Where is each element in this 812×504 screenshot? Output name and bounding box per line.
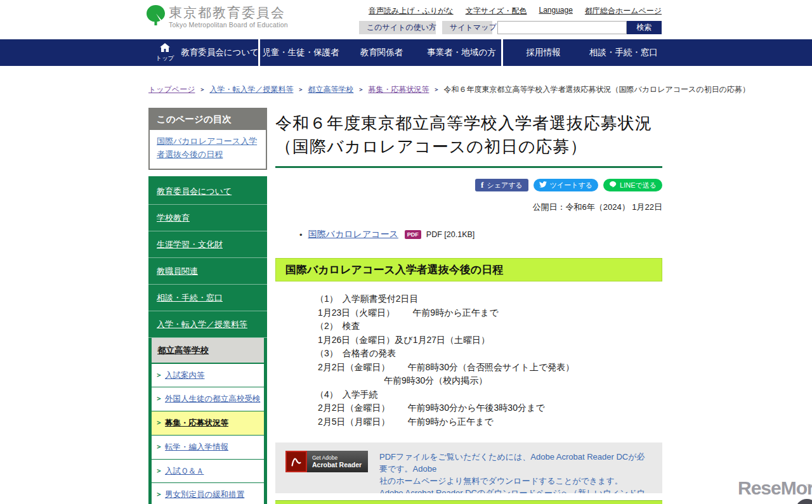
- page-toc-box: このページの目次 国際バカロレアコース入学者選抜今後の日程: [148, 108, 267, 170]
- breadcrumb-link-top[interactable]: トップページ: [148, 84, 195, 95]
- pdf-download-row: • 国際バカロレアコース PDF PDF [20.1KB]: [299, 229, 662, 240]
- section-heading: 国際バカロレアコース入学者選抜今後の日程: [275, 258, 662, 281]
- nav-item-about[interactable]: 教育委員会について: [181, 39, 258, 66]
- schedule-detail: 2月5日（月曜日） 午前9時から正午まで: [318, 415, 662, 429]
- facebook-icon: f: [481, 180, 483, 190]
- page-title: 令和６年度東京都立高等学校入学者選抜応募状況（国際バカロレアコースの初日の応募）: [275, 112, 662, 168]
- sidebar-item-admissions[interactable]: 入学・転入学／授業料等: [148, 311, 267, 338]
- schedule-detail: 午前9時30分（校内掲示）: [384, 374, 662, 388]
- schedule-item-4: （4） 入学手続: [315, 388, 662, 402]
- pdf-link[interactable]: 国際バカロレアコース: [308, 229, 398, 240]
- logo-title: 東京都教育委員会: [169, 5, 288, 20]
- breadcrumb-link-applications[interactable]: 募集・応募状況等: [368, 84, 429, 95]
- breadcrumb-link-metropolitan-hs[interactable]: 都立高等学校: [308, 84, 353, 95]
- facebook-share-button[interactable]: f シェアする: [475, 179, 528, 191]
- sidebar-item-lifelong-learning[interactable]: 生涯学習・文化財: [148, 231, 267, 258]
- scroll-to-top-button[interactable]: [796, 499, 812, 504]
- adobe-download-link[interactable]: Adobe Acrobat Reader DCのダウンロードページへ（新しいウィ…: [379, 488, 645, 493]
- nav-item-educators[interactable]: 教育関係者: [341, 39, 422, 66]
- list-bullet: •: [299, 230, 303, 240]
- tokyo-ginkgo-icon: [147, 5, 165, 29]
- line-icon: [609, 181, 617, 190]
- sidebar: このページの目次 国際バカロレアコース入学者選抜今後の日程 教育委員会について …: [148, 108, 267, 504]
- sidebar-subitem-foreign-students[interactable]: ＞外国人生徒の都立高校受検: [152, 387, 264, 411]
- breadcrumb-current: 令和６年度東京都立高等学校入学者選抜応募状況（国際バカロレアコースの初日の応募）: [443, 84, 750, 95]
- twitter-share-button[interactable]: ツイートする: [534, 179, 598, 191]
- search-input[interactable]: [497, 21, 627, 34]
- sidebar-subitem-applications-active[interactable]: ＞募集・応募状況等: [152, 411, 264, 435]
- share-buttons: f シェアする ツイートする LINEで送る: [275, 179, 662, 191]
- sidebar-subitem-exam-qa[interactable]: ＞入試Ｑ＆Ａ: [152, 460, 264, 483]
- schedule-detail: 2月2日（金曜日） 午前8時30分（合否照会サイト上で発表）: [318, 361, 662, 375]
- published-date: 公開日：令和6年（2024） 1月22日: [275, 202, 662, 213]
- toc-title: このページの目次: [150, 109, 266, 130]
- utility-links: 音声読み上げ・ふりがな 文字サイズ・配色 Language 都庁総合ホームページ: [369, 6, 662, 16]
- next-section-heading-edge: [275, 500, 662, 504]
- utility-link-tocho-home[interactable]: 都庁総合ホームページ: [585, 6, 662, 16]
- global-nav: トップ 教育委員会について 児童・生徒・保護者 教育関係者 事業者・地域の方 採…: [0, 39, 812, 66]
- chevron-right-icon: ＞: [155, 418, 162, 427]
- sidebar-item-school-education[interactable]: 学校教育: [148, 205, 267, 231]
- utility-link-text-size[interactable]: 文字サイズ・配色: [466, 6, 527, 16]
- nav-item-home[interactable]: トップ: [148, 39, 181, 66]
- search-button[interactable]: 検索: [627, 21, 662, 34]
- nav-item-recruit[interactable]: 採用情報: [503, 39, 584, 66]
- utility-link-language[interactable]: Language: [539, 6, 572, 16]
- schedule-item-2: （2） 検査: [315, 320, 662, 333]
- nav-item-contact[interactable]: 相談・手続・窓口: [584, 39, 664, 66]
- chevron-right-icon: ＞: [155, 466, 162, 475]
- schedule-detail: 2月2日（金曜日） 午前9時30分から午後3時30分まで: [318, 401, 662, 415]
- sidebar-item-consultation[interactable]: 相談・手続・窓口: [148, 285, 267, 311]
- breadcrumb-link-admissions[interactable]: 入学・転入学／授業料等: [209, 84, 293, 95]
- utility-link-reading[interactable]: 音声読み上げ・ふりがな: [369, 6, 454, 16]
- sidebar-subitem-gender-quota[interactable]: ＞男女別定員の緩和措置: [152, 483, 264, 504]
- chevron-right-icon: ＞: [199, 86, 205, 94]
- site-logo[interactable]: 東京都教育委員会 Tokyo Metropolitan Board of Edu…: [147, 5, 288, 29]
- schedule-list: （1） 入学願書受付2日目 1月23日（火曜日） 午前9時から正午まで （2） …: [275, 292, 662, 429]
- home-icon: [160, 43, 170, 54]
- site-header: 東京都教育委員会 Tokyo Metropolitan Board of Edu…: [0, 0, 812, 39]
- header-toolbar: このサイトの使い方 サイトマップ 検索: [359, 21, 662, 34]
- schedule-item-1: （1） 入学願書受付2日目: [315, 292, 662, 306]
- adobe-notice-line2: 社のホームページより無料でダウンロードすることができます。: [379, 475, 652, 487]
- site-help-button[interactable]: このサイトの使い方: [359, 21, 436, 34]
- breadcrumb: トップページ ＞ 入学・転入学／授業料等 ＞ 都立高等学校 ＞ 募集・応募状況等…: [148, 84, 664, 95]
- schedule-item-3: （3） 合格者の発表: [315, 347, 662, 361]
- adobe-notice-line1: PDFファイルをご覧いただくためには、Adobe Acrobat Reader …: [379, 451, 652, 475]
- schedule-detail: 1月26日（金曜日）及び1月27日（土曜日）: [318, 333, 662, 347]
- sidebar-section-metropolitan-hs[interactable]: 都立高等学校: [152, 338, 264, 363]
- chevron-right-icon: ＞: [433, 86, 439, 94]
- line-share-button[interactable]: LINEで送る: [603, 179, 662, 191]
- sidebar-subitem-transfer-info[interactable]: ＞転学・編入学情報: [152, 436, 264, 459]
- acrobat-reader-icon: [285, 451, 307, 472]
- pdf-badge-icon: PDF: [405, 230, 421, 239]
- chevron-right-icon: ＞: [155, 394, 162, 403]
- nav-item-business[interactable]: 事業者・地域の方: [422, 39, 501, 66]
- sidebar-item-about-board[interactable]: 教育委員会について: [148, 178, 267, 205]
- nav-item-students[interactable]: 児童・生徒・保護者: [260, 39, 341, 66]
- chevron-right-icon: ＞: [155, 370, 162, 380]
- resemom-ruby: リセマム: [806, 474, 812, 497]
- pdf-file-meta: PDF [20.1KB]: [426, 230, 475, 239]
- main-content: 令和６年度東京都立高等学校入学者選抜応募状況（国際バカロレアコースの初日の応募）…: [275, 112, 662, 493]
- sidebar-item-teaching-staff[interactable]: 教職員関連: [148, 258, 267, 285]
- sidebar-menu: 教育委員会について 学校教育 生涯学習・文化財 教職員関連 相談・手続・窓口 入…: [148, 176, 267, 504]
- twitter-icon: [539, 181, 547, 189]
- schedule-detail: 1月23日（火曜日） 午前9時から正午まで: [318, 306, 662, 320]
- toc-link-schedule[interactable]: 国際バカロレアコース入学者選抜今後の日程: [157, 136, 257, 159]
- logo-subtitle: Tokyo Metropolitan Board of Education: [169, 21, 288, 29]
- adobe-reader-notice: Get Adobe Acrobat Reader PDFファイルをご覧いただくた…: [275, 443, 662, 493]
- chevron-right-icon: ＞: [155, 489, 162, 499]
- sidebar-subitem-exam-guide[interactable]: ＞入試案内等: [152, 364, 264, 387]
- sitemap-button[interactable]: サイトマップ: [442, 21, 492, 34]
- get-adobe-acrobat-badge[interactable]: Get Adobe Acrobat Reader: [285, 451, 368, 472]
- resemom-watermark: ReseMom. リセマム: [738, 477, 812, 500]
- chevron-right-icon: ＞: [298, 86, 303, 94]
- chevron-right-icon: ＞: [358, 86, 363, 94]
- chevron-right-icon: ＞: [155, 442, 162, 451]
